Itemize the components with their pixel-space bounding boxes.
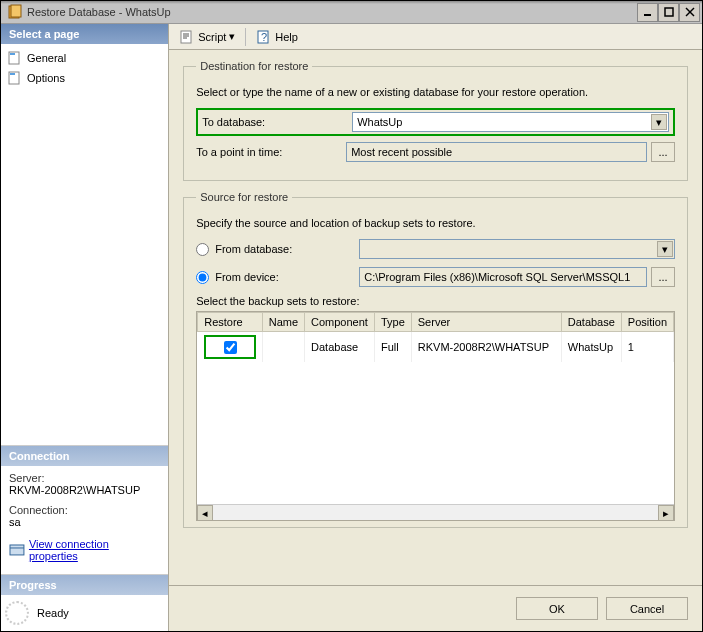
dropdown-arrow-icon: ▾ — [229, 30, 235, 43]
point-in-time-label: To a point in time: — [196, 146, 346, 158]
app-icon — [7, 4, 23, 20]
col-position[interactable]: Position — [621, 313, 673, 332]
col-component[interactable]: Component — [305, 313, 375, 332]
connection-label: Connection: — [9, 504, 160, 516]
dropdown-arrow-icon[interactable]: ▾ — [651, 114, 667, 130]
source-legend: Source for restore — [196, 191, 292, 203]
from-device-label: From device: — [215, 271, 359, 283]
ok-button[interactable]: OK — [516, 597, 598, 620]
script-icon — [179, 29, 195, 45]
restore-checkbox[interactable] — [224, 341, 237, 354]
view-connection-properties[interactable]: View connection properties — [9, 536, 160, 564]
connection-header: Connection — [1, 446, 168, 466]
col-server[interactable]: Server — [411, 313, 561, 332]
cell-component: Database — [305, 332, 375, 363]
cell-type: Full — [374, 332, 411, 363]
destination-legend: Destination for restore — [196, 60, 312, 72]
cell-position: 1 — [621, 332, 673, 363]
scroll-right-button[interactable]: ▸ — [658, 505, 674, 521]
sidebar-item-general[interactable]: General — [7, 48, 162, 68]
help-icon: ? — [256, 29, 272, 45]
dialog-footer: OK Cancel — [169, 585, 702, 631]
grid-header-row: Restore Name Component Type Server Datab… — [198, 313, 674, 332]
col-name[interactable]: Name — [262, 313, 304, 332]
horizontal-scrollbar[interactable]: ◂ ▸ — [197, 504, 674, 520]
col-restore[interactable]: Restore — [198, 313, 263, 332]
point-in-time-field: Most recent possible — [346, 142, 647, 162]
progress-status: Ready — [37, 607, 69, 619]
sidebar-item-label: General — [27, 52, 66, 64]
from-device-field: C:\Program Files (x86)\Microsoft SQL Ser… — [359, 267, 647, 287]
source-note: Specify the source and location of backu… — [196, 217, 675, 229]
script-button[interactable]: Script ▾ — [175, 27, 239, 47]
sidebar-item-options[interactable]: Options — [7, 68, 162, 88]
point-in-time-browse-button[interactable]: ... — [651, 142, 675, 162]
col-type[interactable]: Type — [374, 313, 411, 332]
sidebar: Select a page General Options Connection… — [1, 24, 169, 631]
scroll-left-button[interactable]: ◂ — [197, 505, 213, 521]
select-page-header: Select a page — [1, 24, 168, 44]
help-button[interactable]: ? Help — [252, 27, 302, 47]
titlebar: Restore Database - WhatsUp — [1, 1, 702, 24]
minimize-button[interactable] — [637, 3, 658, 22]
table-row[interactable]: Database Full RKVM-2008R2\WHATSUP WhatsU… — [198, 332, 674, 363]
close-button[interactable] — [679, 3, 700, 22]
to-database-label: To database: — [202, 116, 352, 128]
from-database-radio[interactable] — [196, 243, 209, 256]
restore-database-window: Restore Database - WhatsUp Select a page… — [0, 0, 703, 632]
toolbar: Script ▾ ? Help — [169, 24, 702, 50]
view-connection-properties-link[interactable]: View connection properties — [29, 538, 160, 562]
svg-rect-7 — [10, 53, 15, 55]
server-value: RKVM-2008R2\WHATSUP — [9, 484, 160, 496]
source-groupbox: Source for restore Specify the source an… — [183, 191, 688, 528]
svg-text:?: ? — [261, 31, 267, 43]
properties-icon — [9, 542, 25, 558]
server-label: Server: — [9, 472, 160, 484]
svg-rect-1 — [11, 5, 21, 17]
scroll-track[interactable] — [213, 505, 658, 520]
page-icon — [7, 50, 23, 66]
main-panel: Script ▾ ? Help Destination for restore … — [169, 24, 702, 631]
svg-rect-9 — [10, 73, 15, 75]
cancel-button[interactable]: Cancel — [606, 597, 688, 620]
sidebar-item-label: Options — [27, 72, 65, 84]
from-device-browse-button[interactable]: ... — [651, 267, 675, 287]
cell-database: WhatsUp — [561, 332, 621, 363]
page-icon — [7, 70, 23, 86]
cell-server: RKVM-2008R2\WHATSUP — [411, 332, 561, 363]
progress-spinner-icon — [5, 601, 29, 625]
destination-groupbox: Destination for restore Select or type t… — [183, 60, 688, 181]
backup-sets-grid[interactable]: Restore Name Component Type Server Datab… — [196, 311, 675, 521]
from-device-radio[interactable] — [196, 271, 209, 284]
select-backup-sets-label: Select the backup sets to restore: — [196, 295, 675, 307]
col-database[interactable]: Database — [561, 313, 621, 332]
maximize-button[interactable] — [658, 3, 679, 22]
progress-header: Progress — [1, 575, 168, 595]
window-title: Restore Database - WhatsUp — [27, 6, 637, 18]
cell-name — [262, 332, 304, 363]
from-database-label: From database: — [215, 243, 359, 255]
destination-note: Select or type the name of a new or exis… — [196, 86, 675, 98]
to-database-combo[interactable]: WhatsUp ▾ — [352, 112, 669, 132]
svg-rect-12 — [181, 31, 191, 43]
dropdown-arrow-icon[interactable]: ▾ — [657, 241, 673, 257]
svg-rect-10 — [10, 545, 24, 555]
svg-rect-3 — [665, 8, 673, 16]
to-database-value: WhatsUp — [357, 116, 402, 128]
connection-value: sa — [9, 516, 160, 528]
from-database-combo[interactable]: ▾ — [359, 239, 675, 259]
